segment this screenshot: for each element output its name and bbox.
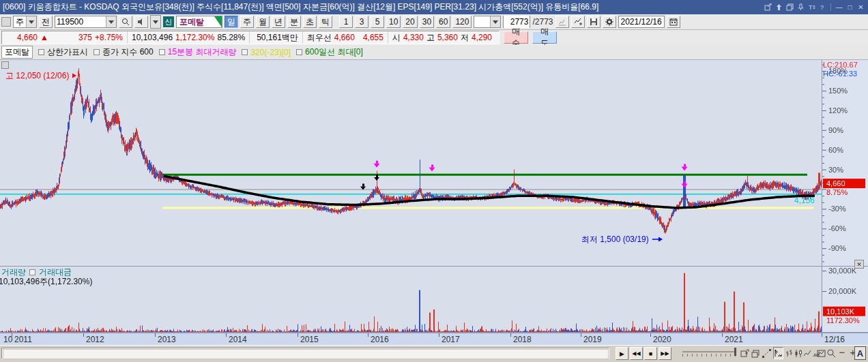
legend-item-label: 종가 지수 600 xyxy=(102,46,154,58)
buy-button[interactable]: 매수 xyxy=(504,31,528,44)
period-month-button[interactable]: 월 xyxy=(256,16,270,28)
sound-button[interactable] xyxy=(134,16,148,28)
calendar-icon[interactable] xyxy=(667,16,680,28)
x-axis[interactable]: 1020112012201320142015201620172018201920… xyxy=(0,333,868,345)
slider-ticks xyxy=(682,354,736,357)
chart-scrollbar[interactable] xyxy=(1,348,609,359)
scrollbar-thumb[interactable] xyxy=(3,349,609,359)
x-axis-label: 2017 xyxy=(442,335,460,344)
menu-icon[interactable] xyxy=(1,17,11,27)
sell-button[interactable]: 매도 xyxy=(532,31,557,44)
new-pane-icon[interactable] xyxy=(740,347,750,359)
x-axis-tick xyxy=(83,333,84,337)
current-price: 4,660 xyxy=(17,33,38,42)
quote-bar: 4,660 ▲ 375 +8.75% 10,103,496 1,172.30% … xyxy=(0,30,868,45)
date-value[interactable]: 2021/12/16 xyxy=(619,17,664,27)
asset-type-select[interactable]: 주 xyxy=(13,16,37,28)
price-change-pct: +8.75% xyxy=(95,33,123,42)
x-axis-label: 2014 xyxy=(229,335,247,344)
checkbox-icon[interactable] xyxy=(242,49,248,55)
interval-1-button[interactable]: 1 xyxy=(339,16,353,28)
trendline-tool-icon[interactable] xyxy=(762,347,772,359)
speed-slider[interactable] xyxy=(682,351,736,352)
prev-stock-button[interactable]: 전 xyxy=(39,16,53,28)
stock-code-input[interactable] xyxy=(55,16,106,27)
chart-image-icon[interactable] xyxy=(816,347,826,359)
checkbox-icon[interactable] xyxy=(159,49,165,55)
rewind-button[interactable]: ◀◀ xyxy=(630,347,643,360)
interval-120-button[interactable]: 120 xyxy=(452,16,472,28)
svg-text:?: ? xyxy=(820,4,824,11)
save-button[interactable] xyxy=(587,16,601,28)
compare-chart-button[interactable] xyxy=(555,16,569,28)
turnover-pct: 85.28% xyxy=(217,33,245,42)
auto-scale-button[interactable]: A xyxy=(854,346,866,360)
checkbox-icon[interactable] xyxy=(296,49,302,55)
stop-button[interactable]: ■ xyxy=(644,347,657,360)
slider-thumb[interactable] xyxy=(734,348,736,356)
pane-menu-button[interactable] xyxy=(1,61,9,69)
pane-close-button[interactable]: ✕ xyxy=(854,260,864,269)
empty-select[interactable] xyxy=(474,16,501,28)
fast-forward-button[interactable]: ▶▶ xyxy=(659,347,671,360)
period-week-button[interactable]: 주 xyxy=(240,16,254,28)
lc-hc-readout: LC:210.67 HC:-61.33 xyxy=(823,61,858,78)
high-label: 고 xyxy=(426,32,435,44)
export-window-icon[interactable] xyxy=(764,3,772,12)
period-day-button[interactable]: 일 xyxy=(225,16,238,28)
quote-panel: 4,660 ▲ 375 +8.75% 10,103,496 1,172.30% … xyxy=(1,31,500,44)
x-axis-label: 2020 xyxy=(653,335,671,344)
period-second-button[interactable]: 초 xyxy=(303,16,317,28)
play-button[interactable]: ▶ xyxy=(616,347,628,360)
window-title: [0600] 키움종합차트 - KOSDAQ 외국인보유[348(천)] 주식수… xyxy=(3,1,764,13)
upload-icon[interactable] xyxy=(775,3,783,12)
pin-icon[interactable] xyxy=(796,3,805,12)
zoom-tool-icon[interactable] xyxy=(826,347,836,359)
font-size-icon[interactable]: T xyxy=(807,3,816,12)
best-ask: 4,660 xyxy=(334,33,355,42)
crosshair-cursor-icon[interactable] xyxy=(773,347,783,359)
stock-name-box[interactable]: 포메탈 xyxy=(176,16,222,28)
checkbox-icon[interactable] xyxy=(38,49,44,55)
volume-detail: 10,103,496주(1,172.30%) xyxy=(0,276,92,288)
interval-20-button[interactable]: 20 xyxy=(403,16,417,28)
chevron-down-icon[interactable] xyxy=(106,16,116,27)
interval-30-button[interactable]: 30 xyxy=(420,16,434,28)
x-axis-tick xyxy=(368,333,368,337)
interval-60-button[interactable]: 60 xyxy=(436,16,450,28)
add-indicator-button[interactable] xyxy=(571,16,585,28)
close-button[interactable]: ✕ xyxy=(856,3,865,12)
minimize-button[interactable]: — xyxy=(835,3,843,12)
open-price: 4,330 xyxy=(403,33,424,42)
up-arrow-icon: ▲ xyxy=(40,33,48,42)
best-bid: 4,655 xyxy=(363,33,384,42)
zoom-out-button[interactable]: − xyxy=(837,346,848,358)
checkbox-icon[interactable] xyxy=(93,49,100,55)
cascade-windows-icon[interactable] xyxy=(751,347,761,359)
help-icon[interactable]: ? xyxy=(818,3,827,12)
maximize-button[interactable]: □ xyxy=(845,3,854,12)
x-axis-label: 2013 xyxy=(158,335,176,344)
period-year-button[interactable]: 년 xyxy=(272,16,285,28)
chevron-down-icon[interactable] xyxy=(26,16,36,27)
interval-5-button[interactable]: 5 xyxy=(371,16,384,28)
settings-gear-button[interactable] xyxy=(603,16,616,28)
title-bar[interactable]: [0600] 키움종합차트 - KOSDAQ 외국인보유[348(천)] 주식수… xyxy=(0,0,868,14)
interval-3-button[interactable]: 3 xyxy=(355,16,368,28)
x-axis-tick xyxy=(650,333,651,337)
x-axis-label: 2015 xyxy=(300,335,319,344)
interval-10-button[interactable]: 10 xyxy=(386,16,401,28)
period-tick-button[interactable]: 틱 xyxy=(319,16,332,28)
checkbox-icon[interactable] xyxy=(29,269,35,275)
sound-dropdown[interactable] xyxy=(150,15,161,29)
date-box: 2021/12/16 xyxy=(618,16,665,28)
main-chart-canvas[interactable] xyxy=(0,60,868,333)
window-controls: T ? — □ ✕ xyxy=(764,3,865,12)
legend-item-320: 320(-23)[0] xyxy=(242,48,291,57)
copy-window-icon[interactable] xyxy=(785,3,794,12)
x-axis-tick xyxy=(298,333,298,337)
period-minute-button[interactable]: 분 xyxy=(287,16,301,28)
high-price: 5,360 xyxy=(437,33,458,42)
search-button[interactable] xyxy=(119,16,132,28)
stock-code-combo xyxy=(55,16,117,28)
